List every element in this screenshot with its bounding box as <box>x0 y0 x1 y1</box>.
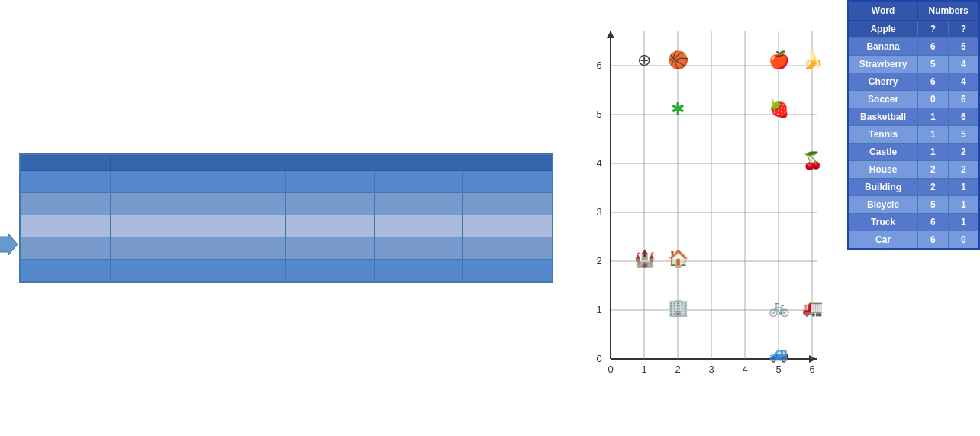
svg-text:3: 3 <box>596 206 601 218</box>
number-cell-1: 1 <box>918 126 948 144</box>
svg-text:2: 2 <box>596 255 601 266</box>
numbers-header <box>111 154 553 171</box>
svg-text:0: 0 <box>596 353 601 364</box>
number-cell-1: 6 <box>918 214 948 231</box>
scatter-chart: 0 1 2 3 4 5 6 0 1 2 3 4 5 6 ⊕ 🏀 ✱ 🍎 🍌 <box>580 8 832 382</box>
number-cell-1: 2 <box>918 179 948 196</box>
sentence-cell <box>20 260 111 283</box>
svg-text:🍒: 🍒 <box>802 150 824 171</box>
number-cell-2: 1 <box>948 196 979 214</box>
svg-text:4: 4 <box>742 363 747 375</box>
word-cell: Building <box>848 179 918 196</box>
word-cell: Tennis <box>848 126 918 144</box>
svg-text:🚛: 🚛 <box>802 297 824 318</box>
svg-text:1: 1 <box>641 363 646 375</box>
number-cell <box>462 237 553 260</box>
svg-text:5: 5 <box>596 108 601 120</box>
number-cell-2: 6 <box>948 108 979 126</box>
number-cell <box>462 193 553 215</box>
number-cell-1: 1 <box>918 108 948 126</box>
number-cell <box>198 193 286 215</box>
number-cell <box>111 215 198 237</box>
number-cell <box>374 237 462 260</box>
number-cell-1: 5 <box>918 56 948 73</box>
svg-text:6: 6 <box>809 363 814 375</box>
svg-marker-0 <box>0 234 18 255</box>
svg-text:✱: ✱ <box>671 99 685 118</box>
number-cell <box>198 237 286 260</box>
word-table-row: Castle12 <box>848 144 979 161</box>
svg-text:🍓: 🍓 <box>769 99 790 119</box>
sentence-cell <box>20 171 111 193</box>
number-cell <box>374 171 462 193</box>
numbers-column-header: Numbers <box>918 1 979 21</box>
number-cell <box>286 237 374 260</box>
number-cell <box>462 260 553 283</box>
table-row-dots <box>20 215 553 237</box>
number-cell-1: 1 <box>918 144 948 161</box>
number-cell <box>374 260 462 283</box>
sentence-header <box>20 154 111 171</box>
number-cell-2: 2 <box>948 144 979 161</box>
number-cell-2: 1 <box>948 214 979 231</box>
svg-text:🚙: 🚙 <box>769 343 790 363</box>
number-cell <box>462 171 553 193</box>
svg-text:4: 4 <box>596 157 601 169</box>
svg-marker-5 <box>607 31 614 38</box>
number-cell <box>462 215 553 237</box>
svg-text:2: 2 <box>675 363 680 375</box>
number-cell-2: 5 <box>948 126 979 144</box>
number-cell-1: 5 <box>918 196 948 214</box>
number-cell <box>111 237 198 260</box>
number-cell <box>286 215 374 237</box>
svg-text:🏠: 🏠 <box>668 248 689 269</box>
table-wrapper <box>19 153 553 283</box>
svg-text:1: 1 <box>596 304 601 315</box>
number-cell-2: 4 <box>948 56 979 73</box>
word-table-row: Cherry64 <box>848 73 979 91</box>
number-cell-1: 6 <box>918 38 948 56</box>
number-cell-2: 1 <box>948 179 979 196</box>
number-cell <box>198 260 286 283</box>
word-cell: House <box>848 161 918 179</box>
word-table-row: Building21 <box>848 179 979 196</box>
word-table-row: Soccer06 <box>848 91 979 108</box>
number-cell-2: 5 <box>948 38 979 56</box>
number-cell-1: 2 <box>918 161 948 179</box>
word-table-row: House22 <box>848 161 979 179</box>
number-cell-2: ? <box>948 21 979 38</box>
sentence-cell <box>20 193 111 215</box>
number-cell <box>198 215 286 237</box>
word-table-row: Strawberry54 <box>848 56 979 73</box>
number-cell-2: 6 <box>948 91 979 108</box>
number-cell <box>286 260 374 283</box>
word-table-row: Apple?? <box>848 21 979 38</box>
chart-area: 0 1 2 3 4 5 6 0 1 2 3 4 5 6 ⊕ 🏀 ✱ 🍎 🍌 <box>580 8 832 382</box>
table-row <box>20 193 553 215</box>
word-cell: Banana <box>848 38 918 56</box>
number-cell <box>198 171 286 193</box>
svg-text:🏢: 🏢 <box>668 297 689 318</box>
main-table <box>19 153 553 283</box>
number-cell <box>111 193 198 215</box>
arrow-row1 <box>0 234 18 258</box>
word-cell: Cherry <box>848 73 918 91</box>
table-row <box>20 260 553 283</box>
word-column-header: Word <box>848 1 918 21</box>
svg-marker-4 <box>809 355 817 363</box>
svg-text:🚲: 🚲 <box>769 297 790 318</box>
table-row <box>20 237 553 260</box>
table-row <box>20 171 553 193</box>
svg-text:🏀: 🏀 <box>668 50 689 70</box>
word-table-row: Bicycle51 <box>848 196 979 214</box>
word-table-row: Car60 <box>848 231 979 250</box>
number-cell <box>286 171 374 193</box>
number-cell <box>374 215 462 237</box>
word-cell: Soccer <box>848 91 918 108</box>
svg-text:🍎: 🍎 <box>769 50 790 70</box>
svg-text:0: 0 <box>608 363 613 375</box>
word-table: Word Numbers Apple??Banana65Strawberry54… <box>847 0 980 250</box>
word-table-row: Tennis15 <box>848 126 979 144</box>
left-section <box>0 0 565 436</box>
number-cell-1: 6 <box>918 231 948 250</box>
